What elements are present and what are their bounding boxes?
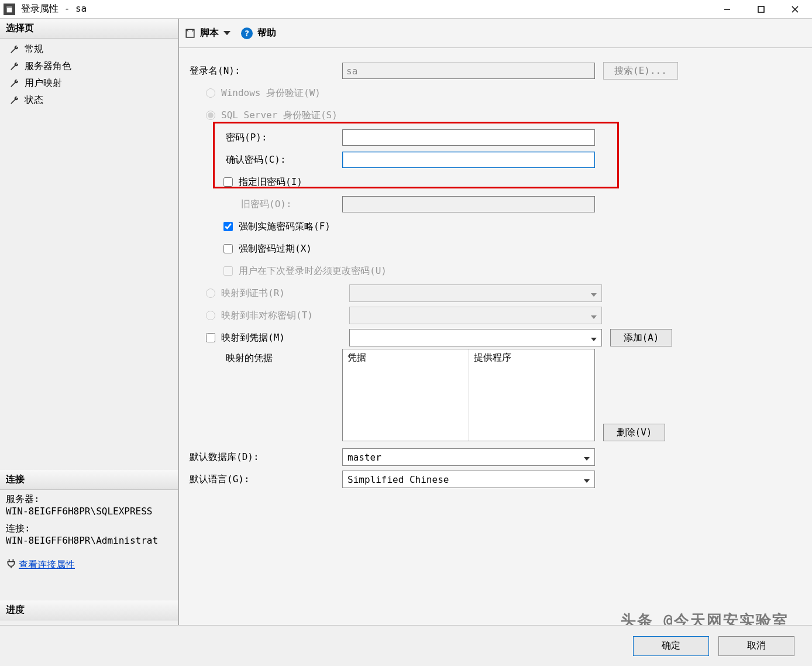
sidebar: 选择页 常规 服务器角色 用户映射 状态 连接 服务器: WIN-8EIGF: [0, 19, 179, 666]
close-button[interactable]: [778, 0, 812, 19]
default-lang-value: Simplified Chinese: [347, 474, 449, 485]
sidebar-item-user-mapping[interactable]: 用户映射: [4, 75, 174, 92]
add-button[interactable]: 添加(A): [610, 329, 672, 346]
credentials-table: 凭据 提供程序: [342, 349, 595, 441]
maximize-button[interactable]: [744, 0, 778, 19]
ok-button[interactable]: 确定: [633, 636, 709, 656]
map-cred-checkbox[interactable]: [206, 333, 215, 342]
enforce-policy-label: 强制实施密码策略(F): [239, 221, 331, 233]
svg-rect-3: [758, 6, 764, 12]
progress-header: 进度: [0, 600, 178, 620]
password-input[interactable]: [342, 129, 595, 146]
remove-button[interactable]: 删除(V): [603, 424, 665, 441]
wrench-icon: [9, 61, 20, 72]
connection-header: 连接: [0, 470, 178, 490]
enforce-expire-checkbox[interactable]: [223, 244, 233, 253]
page-label: 用户映射: [25, 77, 62, 90]
chevron-down-icon: [591, 293, 597, 297]
chevron-down-icon: [591, 338, 597, 341]
col-provider: 提供程序: [469, 349, 595, 366]
help-icon: ?: [241, 28, 253, 39]
page-list: 常规 服务器角色 用户映射 状态: [0, 39, 178, 111]
default-db-value: master: [347, 452, 381, 463]
cancel-button[interactable]: 取消: [718, 636, 794, 656]
old-password-input: [342, 196, 595, 212]
chevron-down-icon: [584, 479, 590, 483]
default-db-combo[interactable]: master: [342, 448, 595, 466]
default-lang-label: 默认语言(G):: [187, 473, 342, 486]
confirm-password-label: 确认密码(C):: [223, 154, 342, 166]
old-password-label: 旧密码(O):: [239, 198, 342, 211]
enforce-policy-checkbox[interactable]: [223, 222, 233, 231]
col-credential: 凭据: [343, 349, 469, 366]
auth-sql-radio: [206, 111, 215, 120]
login-name-input: [342, 63, 595, 79]
mapped-creds-label: 映射的凭据: [223, 349, 342, 365]
svg-rect-1: [7, 6, 12, 8]
page-label: 状态: [25, 94, 43, 107]
auth-sql-label: SQL Server 身份验证(S): [221, 109, 338, 122]
dialog-footer: 确定 取消: [0, 625, 812, 666]
title-bar: 登录属性 - sa: [0, 0, 812, 19]
specify-old-password-label: 指定旧密码(I): [239, 176, 302, 188]
default-lang-combo[interactable]: Simplified Chinese: [342, 471, 595, 488]
auth-windows-radio: [206, 88, 215, 98]
minimize-button[interactable]: [710, 0, 744, 19]
confirm-password-input[interactable]: [342, 152, 595, 168]
server-label: 服务器:: [6, 493, 172, 506]
auth-windows-label: Windows 身份验证(W): [221, 87, 321, 99]
script-icon: [185, 28, 195, 39]
wrench-icon: [9, 78, 20, 89]
main-panel: 脚本 ? 帮助 登录名(N): 搜索(E)... Windows 身份验证(W)…: [179, 19, 812, 666]
default-db-label: 默认数据库(D):: [187, 451, 342, 464]
sidebar-item-general[interactable]: 常规: [4, 41, 174, 58]
connection-block: 服务器: WIN-8EIGFF6H8PR\SQLEXPRESS 连接: WIN-…: [0, 490, 178, 577]
view-connection-properties-link[interactable]: 查看连接属性: [19, 559, 75, 571]
select-page-header: 选择页: [0, 19, 178, 39]
map-cred-label: 映射到凭据(M): [221, 332, 349, 344]
map-cert-combo: [349, 284, 602, 302]
chevron-down-icon: [584, 457, 590, 461]
connection-label: 连接:: [6, 523, 172, 535]
sidebar-item-status[interactable]: 状态: [4, 92, 174, 109]
app-icon: [4, 4, 15, 15]
map-cert-radio: [206, 289, 215, 298]
toolbar: 脚本 ? 帮助: [179, 19, 812, 48]
enforce-expire-label: 强制密码过期(X): [239, 243, 312, 255]
page-label: 常规: [25, 43, 43, 56]
connection-value: WIN-8EIGFF6H8PR\Administrat: [6, 535, 172, 546]
help-button[interactable]: 帮助: [257, 27, 276, 39]
script-button[interactable]: 脚本: [200, 27, 219, 39]
map-asym-label: 映射到非对称密钥(T): [221, 310, 349, 322]
specify-old-password-checkbox[interactable]: [223, 177, 233, 187]
server-value: WIN-8EIGFF6H8PR\SQLEXPRESS: [6, 506, 172, 517]
wrench-icon: [9, 44, 20, 55]
map-cred-combo[interactable]: [349, 329, 602, 346]
wrench-icon: [9, 95, 20, 106]
map-asym-radio: [206, 311, 215, 320]
search-button: 搜索(E)...: [603, 62, 678, 80]
login-name-label: 登录名(N):: [187, 65, 342, 77]
window-title: 登录属性 - sa: [20, 3, 710, 15]
must-change-checkbox: [223, 266, 233, 276]
sidebar-item-server-roles[interactable]: 服务器角色: [4, 58, 174, 75]
password-label: 密码(P):: [223, 132, 342, 144]
plug-icon: [6, 558, 16, 568]
map-asym-combo: [349, 307, 602, 324]
chevron-down-icon: [591, 315, 597, 319]
must-change-label: 用户在下次登录时必须更改密码(U): [239, 265, 387, 277]
map-cert-label: 映射到证书(R): [221, 287, 349, 300]
dropdown-arrow-icon[interactable]: [223, 31, 230, 35]
page-label: 服务器角色: [25, 60, 71, 73]
